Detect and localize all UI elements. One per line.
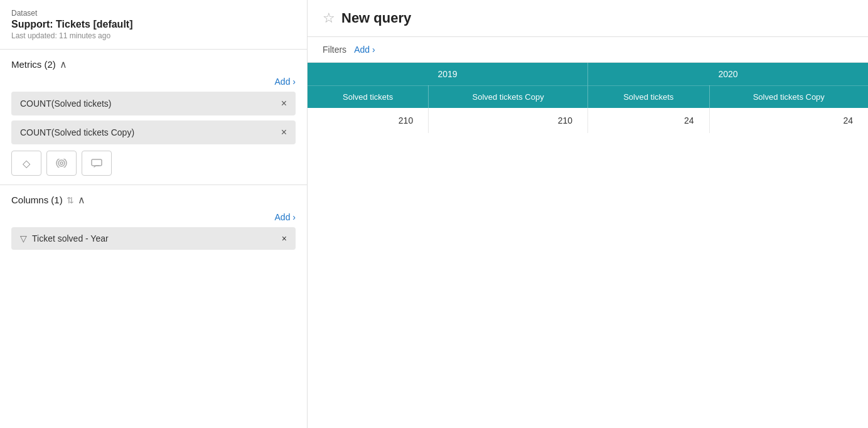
query-title: New query xyxy=(341,10,411,26)
svg-rect-3 xyxy=(92,159,102,166)
columns-section: Columns (1) ⇅ ∧ Add › ▽ Ticket solved - … xyxy=(0,185,307,428)
filters-add-link[interactable]: Add › xyxy=(354,45,375,55)
metric-item-2-label: COUNT(Solved tickets Copy) xyxy=(20,127,134,137)
svg-point-0 xyxy=(60,162,63,164)
cell-2019-solved: 210 xyxy=(308,108,429,133)
table-row: 210 210 24 24 xyxy=(308,108,868,133)
metric-item-1-label: COUNT(Solved tickets) xyxy=(20,99,111,109)
metrics-section-title: Metrics (2) ∧ xyxy=(11,58,67,70)
metric-icon-buttons: ◇ xyxy=(11,151,296,176)
metric-item-1: COUNT(Solved tickets) × xyxy=(11,92,296,115)
metric-item-1-close[interactable]: × xyxy=(281,98,287,109)
column-item-1: ▽ Ticket solved - Year × xyxy=(11,227,296,250)
cell-2020-solved-copy: 24 xyxy=(709,108,868,133)
columns-section-title: Columns (1) ⇅ ∧ xyxy=(11,194,85,206)
wave-icon-button[interactable] xyxy=(46,151,77,176)
right-panel: ☆ New query Filters Add › 2019 2020 Solv… xyxy=(308,0,868,428)
data-table-container: 2019 2020 Solved tickets Solved tickets … xyxy=(308,63,868,428)
dataset-updated: Last updated: 11 minutes ago xyxy=(11,31,296,40)
query-header: ☆ New query xyxy=(308,0,868,37)
data-table: 2019 2020 Solved tickets Solved tickets … xyxy=(308,63,868,133)
filter-icon: ▽ xyxy=(20,233,27,243)
cell-2019-solved-copy: 210 xyxy=(429,108,588,133)
columns-collapse-icon[interactable]: ∧ xyxy=(78,194,85,206)
metrics-collapse-icon[interactable]: ∧ xyxy=(60,58,67,70)
year-header-2020: 2020 xyxy=(587,63,868,86)
metric-item-2: COUNT(Solved tickets Copy) × xyxy=(11,120,296,144)
left-panel: Dataset Support: Tickets [default] Last … xyxy=(0,0,308,428)
dataset-header: Dataset Support: Tickets [default] Last … xyxy=(0,0,307,50)
columns-sort-icon[interactable]: ⇅ xyxy=(67,195,74,205)
star-icon[interactable]: ☆ xyxy=(323,10,335,26)
col-header-3: Solved tickets xyxy=(587,86,709,109)
col-header-4: Solved tickets Copy xyxy=(709,86,868,109)
columns-add-link[interactable]: Add › xyxy=(275,212,296,222)
cell-2020-solved: 24 xyxy=(587,108,709,133)
column-item-1-close[interactable]: × xyxy=(282,233,287,243)
year-header-2019: 2019 xyxy=(308,63,587,86)
metric-item-2-close[interactable]: × xyxy=(281,127,287,138)
metrics-section: Metrics (2) ∧ Add › COUNT(Solved tickets… xyxy=(0,50,307,185)
svg-point-1 xyxy=(58,160,65,166)
drop-icon-button[interactable]: ◇ xyxy=(11,151,41,176)
filters-label: Filters xyxy=(323,45,346,55)
filters-bar: Filters Add › xyxy=(308,37,868,63)
dataset-label: Dataset xyxy=(11,9,296,18)
metrics-add-link[interactable]: Add › xyxy=(275,77,296,87)
chat-icon-button[interactable] xyxy=(82,151,112,176)
col-header-1: Solved tickets xyxy=(308,86,429,109)
dataset-title: Support: Tickets [default] xyxy=(11,19,296,30)
column-item-1-label: Ticket solved - Year xyxy=(32,233,109,243)
col-header-2: Solved tickets Copy xyxy=(429,86,588,109)
